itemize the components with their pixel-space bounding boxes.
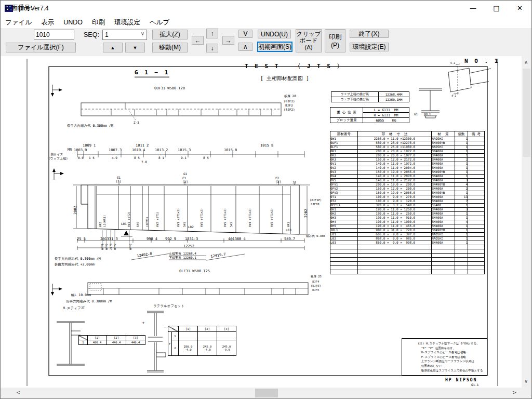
toolbar: 図面番号: SEQ: 1 ∨ 拡大(Z) ファイル選択(F) ▲ ▼ 移動(M)… [1, 28, 531, 57]
drawing-canvas [1, 56, 523, 388]
menu-item[interactable]: UNDO [59, 17, 87, 26]
pan-right-button[interactable]: → [222, 36, 234, 45]
close-button[interactable]: ✕ [508, 1, 531, 16]
chevron-down-icon: ∨ [141, 31, 144, 36]
scroll-up-icon[interactable]: ∧ [524, 59, 528, 65]
scroll-left-icon[interactable]: < [16, 390, 20, 395]
pan-up-button[interactable]: ↑ [206, 29, 218, 38]
seq-up-button[interactable]: ▲ [103, 43, 123, 52]
seq-value: 1 [105, 31, 109, 38]
page-prev-button[interactable]: ∧ [238, 43, 252, 51]
seq-combobox[interactable]: 1 ∨ [102, 30, 147, 40]
move-button[interactable]: 移動(M) [152, 43, 188, 52]
horizontal-scrollbar[interactable]: < > [1, 388, 523, 398]
scroll-right-icon[interactable]: > [512, 390, 516, 395]
initial-screen-button[interactable]: 初期画面(S) [257, 42, 292, 52]
drawing-no-input[interactable] [34, 30, 74, 39]
zoom-button[interactable]: 拡大(Z) [152, 30, 188, 39]
seq-down-button[interactable]: ▼ [125, 43, 145, 52]
seq-label: SEQ: [84, 31, 99, 38]
title-bar: Iplot Ver7.4 — □ ✕ [1, 1, 531, 16]
scroll-down-icon[interactable]: ∨ [524, 378, 528, 384]
minimize-button[interactable]: — [461, 1, 485, 16]
undo-button[interactable]: UNDO(U) [258, 30, 291, 38]
page-next-button[interactable]: V [238, 30, 252, 38]
vertical-scrollbar[interactable]: ∧ ∨ [522, 56, 531, 388]
vertical-scroll-thumb[interactable] [523, 69, 530, 157]
menu-item[interactable]: 表示 [36, 16, 59, 27]
menu-item[interactable]: 環境設定 [110, 16, 145, 27]
horizontal-scroll-thumb[interactable] [255, 389, 278, 397]
env-settings-button[interactable]: 環境設定(E) [350, 43, 389, 51]
scrollbar-corner [522, 388, 531, 398]
menu-item[interactable]: ファイル [1, 16, 36, 27]
drawing-no-label: 図面番号: [5, 4, 32, 12]
menu-item[interactable]: ヘルプ [145, 16, 174, 27]
print-button[interactable]: 印刷(P) [325, 29, 345, 52]
menu-item[interactable]: 印刷 [87, 16, 110, 27]
clipboard-button[interactable]: クリップ ボード (A) [296, 29, 322, 52]
exit-button[interactable]: 終了(X) [350, 30, 389, 38]
menu-bar: ファイル表示UNDO印刷環境設定ヘルプ [1, 16, 531, 28]
file-select-button[interactable]: ファイル選択(F) [6, 43, 76, 52]
maximize-button[interactable]: □ [485, 1, 508, 16]
pan-down-button[interactable]: ↓ [206, 44, 218, 52]
application-window: Iplot Ver7.4 — □ ✕ ファイル表示UNDO印刷環境設定ヘルプ 図… [0, 0, 532, 399]
pan-left-button[interactable]: ← [192, 36, 204, 45]
